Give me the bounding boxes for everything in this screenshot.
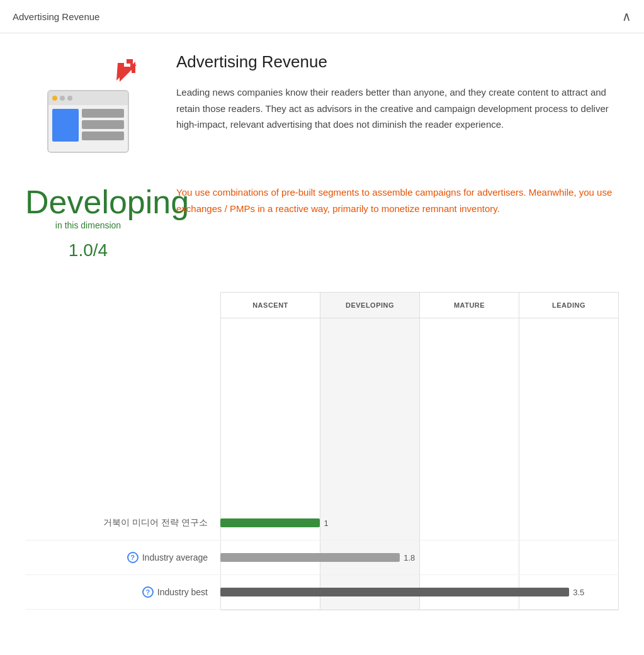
best-label: ? Industry best <box>25 586 220 598</box>
top-section: Advertising Revenue Leading news compani… <box>25 52 619 153</box>
score-sublabel: in this dimension <box>25 220 151 230</box>
avg-bar <box>220 553 400 562</box>
avg-name: Industry average <box>142 552 208 563</box>
page-header: Advertising Revenue ∧ <box>0 0 644 33</box>
best-bar-value: 3.5 <box>573 588 584 597</box>
chart-container: NASCENT DEVELOPING MATURE LEADING 거북이 미디… <box>25 292 619 610</box>
chart-col-header-nascent: NASCENT <box>221 293 320 318</box>
chart-row-best: ? Industry best 3.5 <box>25 575 619 610</box>
chart-col-nascent: NASCENT <box>220 292 320 506</box>
section-title: Advertising Revenue <box>176 52 619 72</box>
browser-main-block <box>52 109 79 142</box>
browser-side-block-3 <box>82 132 124 140</box>
best-help-icon[interactable]: ? <box>142 586 154 598</box>
chart-headers: NASCENT DEVELOPING MATURE LEADING <box>220 292 619 506</box>
chart-section: NASCENT DEVELOPING MATURE LEADING 거북이 미디… <box>25 292 619 610</box>
chart-rows: 거북이 미디어 전략 연구소 1 <box>25 506 619 610</box>
org-label: 거북이 미디어 전략 연구소 <box>25 517 220 529</box>
main-content: Advertising Revenue Leading news compani… <box>0 33 644 629</box>
avg-label: ? Industry average <box>25 552 220 563</box>
arrow-up-right-icon <box>110 55 142 87</box>
best-name: Industry best <box>157 587 208 597</box>
chart-bottom-border <box>220 610 619 610</box>
dot-gray-1 <box>60 96 65 101</box>
avg-bar-value: 1.8 <box>404 553 415 563</box>
chart-col-header-leading: LEADING <box>519 293 618 318</box>
browser-side-blocks <box>82 109 124 142</box>
avg-help-icon[interactable]: ? <box>127 552 138 563</box>
dot-yellow <box>52 96 57 101</box>
collapse-icon[interactable]: ∧ <box>622 9 631 24</box>
header-title: Advertising Revenue <box>13 11 99 22</box>
browser-mockup-icon <box>47 90 129 153</box>
browser-side-block-1 <box>82 109 124 118</box>
best-bar-area: 3.5 <box>220 585 619 599</box>
score-area: Developing in this dimension 1.0/4 <box>25 184 151 260</box>
avg-bar-area: 1.8 <box>220 551 619 564</box>
org-name: 거북이 미디어 전략 연구소 <box>103 517 208 529</box>
org-bar-area: 1 <box>220 516 619 530</box>
org-bar <box>220 518 320 527</box>
best-bar <box>220 588 569 596</box>
dot-gray-2 <box>67 96 72 101</box>
chart-row-avg: ? Industry average 1.8 <box>25 540 619 575</box>
chart-row-org: 거북이 미디어 전략 연구소 1 <box>25 506 619 540</box>
chart-col-header-developing: DEVELOPING <box>320 293 419 318</box>
score-label: Developing <box>25 184 151 220</box>
hero-icon-area <box>25 52 151 153</box>
score-value: 1.0/4 <box>25 240 151 260</box>
middle-section: Developing in this dimension 1.0/4 You u… <box>25 184 619 260</box>
chart-col-developing: DEVELOPING <box>320 292 419 506</box>
description-text: Leading news companies know their reader… <box>176 84 619 133</box>
org-bar-value: 1 <box>324 518 329 528</box>
chart-col-header-mature: MATURE <box>420 293 519 318</box>
chart-col-mature: MATURE <box>419 292 519 506</box>
description-area: Advertising Revenue Leading news compani… <box>176 52 619 133</box>
browser-side-block-2 <box>82 120 124 129</box>
chart-col-leading: LEADING <box>519 292 619 506</box>
assessment-text: You use combinations of pre-built segmen… <box>176 184 619 216</box>
